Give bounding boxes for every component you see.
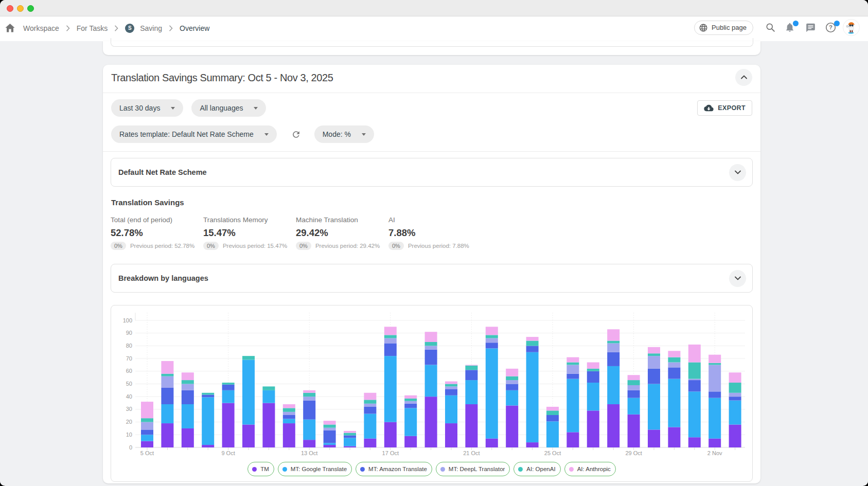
svg-text:5 Oct: 5 Oct xyxy=(140,450,154,456)
svg-text:9 Oct: 9 Oct xyxy=(221,450,235,456)
svg-text:?: ? xyxy=(829,24,832,30)
svg-text:0: 0 xyxy=(129,444,132,451)
svg-text:40: 40 xyxy=(126,393,132,400)
svg-text:25 Oct: 25 Oct xyxy=(544,450,561,456)
svg-text:70: 70 xyxy=(126,355,132,362)
svg-text:13 Oct: 13 Oct xyxy=(301,450,317,456)
svg-text:21 Oct: 21 Oct xyxy=(463,450,480,456)
svg-text:2 Nov: 2 Nov xyxy=(707,450,722,456)
svg-text:20: 20 xyxy=(126,419,132,425)
svg-text:50: 50 xyxy=(126,381,132,387)
svg-text:80: 80 xyxy=(126,343,132,349)
svg-text:90: 90 xyxy=(126,330,132,336)
svg-text:30: 30 xyxy=(126,406,132,412)
svg-text:29 Oct: 29 Oct xyxy=(625,450,642,456)
svg-text:17 Oct: 17 Oct xyxy=(382,450,399,456)
svg-text:100: 100 xyxy=(123,317,132,323)
svg-text:10: 10 xyxy=(126,431,132,438)
svg-text:60: 60 xyxy=(126,368,132,374)
